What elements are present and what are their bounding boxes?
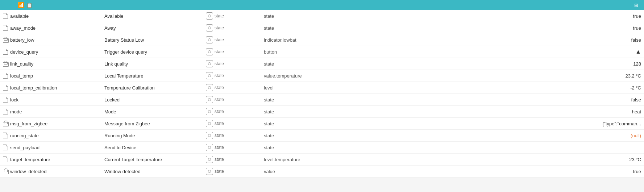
entity-value-cell: 23 °C <box>333 155 644 164</box>
state-label: state <box>215 157 224 162</box>
entity-table: availableAvailablestatestatetrueaway_mod… <box>0 10 644 178</box>
entity-state-cell: state <box>203 107 261 117</box>
table-row[interactable]: modeModestatestateheat <box>0 106 644 118</box>
table-row[interactable]: send_payloadSend to Devicestatestate <box>0 142 644 154</box>
state-icon <box>206 168 213 175</box>
entity-state-cell: state <box>203 130 261 141</box>
entity-type-cell: state <box>261 132 333 140</box>
entity-state-cell: state <box>203 83 261 93</box>
entity-name: local_temp <box>10 73 33 79</box>
entity-label-cell: Window detected <box>101 167 203 176</box>
table-row[interactable]: local_temp_calibrationTemperature Calibr… <box>0 82 644 94</box>
table-row[interactable]: battery_lowBattery Status Lowstateindica… <box>0 34 644 46</box>
entity-value-cell: ▲ <box>333 47 644 57</box>
table-row[interactable]: lockLockedstatestatefalse <box>0 94 644 106</box>
entity-state-cell: state <box>203 95 261 105</box>
entity-type-cell: value <box>261 167 333 176</box>
entity-value-cell <box>333 146 644 149</box>
entity-type-cell: button <box>261 48 333 56</box>
table-row[interactable]: link_qualityLink qualitystatestate128 <box>0 58 644 70</box>
lock-icon <box>3 37 8 43</box>
entity-label-cell: Available <box>101 12 203 20</box>
table-row[interactable]: device_queryTrigger device querystatebut… <box>0 46 644 58</box>
entity-name: local_temp_calibration <box>10 85 57 91</box>
entity-name-cell: link_quality <box>0 59 101 68</box>
entity-name: running_state <box>10 133 39 138</box>
file-icon <box>3 49 8 55</box>
entity-name: link_quality <box>10 61 33 67</box>
entity-state-cell: state <box>203 71 261 81</box>
entity-name-cell: running_state <box>0 131 101 140</box>
entity-type-cell: state <box>261 60 333 68</box>
entity-label-cell: Mode <box>101 108 203 116</box>
entity-value-cell: true <box>333 167 644 176</box>
copy-icon: 📋 <box>26 3 32 8</box>
entity-value-cell: heat <box>333 108 644 116</box>
entity-value-cell: true <box>333 24 644 32</box>
entity-type-cell: state <box>261 24 333 32</box>
folder-icon <box>4 3 9 7</box>
entity-name: send_payload <box>10 145 40 150</box>
state-label: state <box>215 97 224 102</box>
entity-label-cell: Running Mode <box>101 132 203 140</box>
table-row[interactable]: window_detectedWindow detectedstatevalue… <box>0 166 644 178</box>
entity-state-cell: state <box>203 59 261 69</box>
entity-state-cell: state <box>203 118 261 129</box>
lock-icon <box>3 168 8 174</box>
entity-state-cell: state <box>203 11 261 21</box>
entity-label-cell: Send to Device <box>101 143 203 152</box>
file-icon <box>3 156 8 162</box>
entity-name-cell: window_detected <box>0 167 101 176</box>
file-icon <box>3 85 8 91</box>
entity-type-cell: state <box>261 143 333 152</box>
entity-state-cell: state <box>203 154 261 164</box>
entity-type-cell: indicator.lowbat <box>261 36 333 44</box>
state-label: state <box>215 37 224 42</box>
entity-state-cell: state <box>203 35 261 45</box>
table-row[interactable]: msg_from_zigbeeMessage from Zigbeestates… <box>0 118 644 130</box>
table-row[interactable]: local_tempLocal Temperaturestatevalue.te… <box>0 70 644 82</box>
table-row[interactable]: running_stateRunning Modestatestate(null… <box>0 130 644 142</box>
state-icon <box>206 48 213 55</box>
state-label: state <box>215 133 224 138</box>
table-row[interactable]: away_modeAwaystatestatetrue <box>0 22 644 34</box>
state-icon <box>206 144 213 151</box>
file-icon <box>3 145 8 150</box>
state-icon <box>206 156 213 163</box>
table-row[interactable]: availableAvailablestatestatetrue <box>0 10 644 22</box>
entity-name-cell: local_temp <box>0 71 101 80</box>
entity-label-cell: Locked <box>101 96 203 104</box>
file-icon <box>3 97 8 103</box>
entity-name-cell: send_payload <box>0 143 101 152</box>
entity-value-cell: (null) <box>333 132 644 140</box>
entity-name-cell: away_mode <box>0 24 101 32</box>
state-label: state <box>215 169 224 174</box>
entity-name: available <box>10 13 29 19</box>
thermostat-info: 📶 📋 <box>17 2 34 8</box>
entity-value-cell: false <box>333 36 644 44</box>
header-bar: 📶 📋 ⊞ <box>0 0 644 10</box>
file-icon <box>3 109 8 114</box>
state-label: state <box>215 85 224 90</box>
state-label: state <box>215 61 224 66</box>
lock-icon <box>3 121 8 126</box>
state-icon <box>206 120 213 127</box>
state-icon <box>206 60 213 67</box>
state-icon <box>206 72 213 79</box>
table-row[interactable]: target_temperatureCurrent Target Tempera… <box>0 154 644 166</box>
entity-name: battery_low <box>10 37 34 43</box>
entity-type-cell: level <box>261 84 333 92</box>
entity-type-cell: state <box>261 108 333 116</box>
device-info: ⊞ <box>634 3 640 8</box>
file-icon <box>3 13 8 19</box>
state-icon <box>206 24 213 32</box>
state-icon <box>206 36 213 43</box>
state-label: state <box>215 25 224 30</box>
state-icon <box>206 12 213 20</box>
entity-type-cell: value.temperature <box>261 72 333 80</box>
entity-type-cell: state <box>261 120 333 128</box>
wifi-icon: 📶 <box>17 2 24 8</box>
state-icon <box>206 84 213 91</box>
entity-value-cell: 128 <box>333 60 644 68</box>
entity-label-cell: Current Target Temperature <box>101 155 203 164</box>
